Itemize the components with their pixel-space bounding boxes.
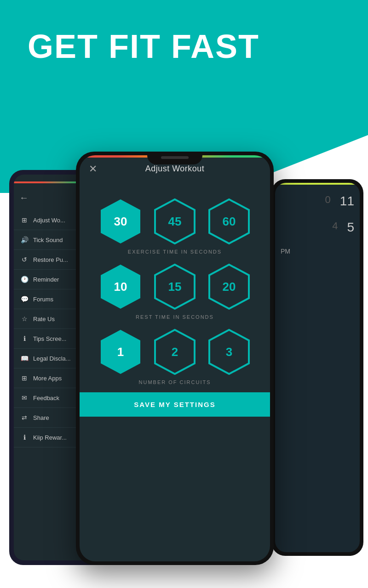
feedback-icon: ✉: [20, 394, 29, 402]
phone-speaker: [161, 156, 189, 159]
close-button[interactable]: ✕: [89, 163, 97, 175]
exercise-time-label: EXERCISE TIME IN SECONDS: [93, 249, 256, 254]
rest-20-button[interactable]: 20: [208, 264, 250, 310]
exercise-30-button[interactable]: 30: [100, 198, 141, 244]
phone-notch: [147, 152, 202, 164]
sound-icon: 🔊: [20, 236, 29, 244]
star-icon: ☆: [20, 315, 29, 323]
time-val-5: 5: [347, 220, 354, 235]
kiip-icon: ℹ: [20, 433, 29, 441]
exercise-45-button[interactable]: 45: [154, 198, 196, 244]
circuits-2-button[interactable]: 2: [154, 329, 196, 375]
restore-icon: ↺: [20, 255, 29, 264]
rest-time-label: REST TIME IN SECONDS: [93, 314, 256, 320]
ampm-label: PM: [275, 238, 360, 264]
more-apps-icon: ⊞: [20, 374, 29, 382]
headline: GET FIT FAST: [28, 28, 259, 65]
forums-icon: 💬: [20, 295, 29, 303]
legal-icon: 📖: [20, 354, 29, 362]
right-phone: 0 11 4 5 PM: [271, 179, 363, 556]
time-val-11: 11: [340, 194, 354, 209]
circuits-3-button[interactable]: 3: [208, 329, 250, 375]
time-val-0: 0: [325, 194, 331, 209]
exercise-60-button[interactable]: 60: [208, 198, 250, 244]
time-val-4: 4: [332, 220, 338, 235]
rest-15-button[interactable]: 15: [154, 264, 196, 310]
adjust-icon: ⊞: [20, 216, 29, 224]
circuits-row: 1 2 3: [93, 329, 256, 375]
phone-screen: ✕ Adjust Workout 30 45: [80, 155, 270, 561]
circuits-label: NUMBER OF CIRCUITS: [93, 379, 256, 385]
front-phone: ✕ Adjust Workout 30 45: [76, 152, 274, 565]
reminder-icon: 🕐: [20, 275, 29, 283]
rest-10-button[interactable]: 10: [100, 264, 141, 310]
tips-icon: ℹ: [20, 334, 29, 343]
exercise-time-row: 30 45 60: [93, 198, 256, 244]
rest-time-row: 10 15 20: [93, 264, 256, 310]
screen-title: Adjust Workout: [145, 164, 205, 174]
save-settings-button[interactable]: SAVE MY SETTINGS: [80, 392, 270, 417]
circuits-1-button[interactable]: 1: [100, 329, 141, 375]
share-icon: ⇄: [20, 413, 29, 422]
screen-body: 30 45 60 EXERCISE TIME IN SECONDS: [80, 180, 270, 549]
